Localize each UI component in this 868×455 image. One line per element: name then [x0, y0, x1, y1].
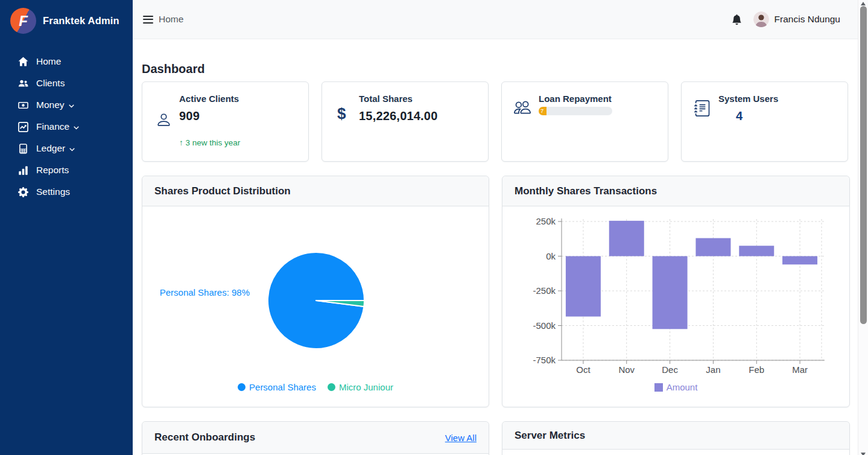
sidebar-item-label: Ledger	[36, 143, 65, 154]
sidebar-item-label: Finance	[36, 121, 69, 132]
bottom-row: Recent Onboardings View All Server Metri…	[142, 421, 858, 455]
breadcrumb[interactable]: Home	[159, 14, 183, 25]
svg-text:Jan: Jan	[706, 364, 720, 375]
barchart-icon	[18, 165, 28, 176]
document-icon	[694, 100, 711, 116]
menu-toggle-icon[interactable]	[143, 16, 153, 24]
stat-title: Loan Repayment	[539, 94, 658, 104]
sidebar-item-home[interactable]: Home	[0, 51, 133, 72]
svg-text:-750k: -750k	[533, 355, 556, 365]
svg-text:Feb: Feb	[749, 364, 764, 375]
chevron-down-icon	[67, 146, 77, 153]
cash-icon	[18, 100, 28, 110]
legend-item-personal-shares[interactable]: Personal Shares	[238, 382, 316, 392]
people-group-icon	[514, 99, 531, 116]
pie-label-personal-shares: Personal Shares: 98%	[159, 287, 250, 298]
topbar: Home Francis Ndungu	[133, 0, 868, 39]
pie-chart[interactable]	[267, 251, 366, 350]
svg-text:Oct: Oct	[576, 364, 591, 375]
shares-distribution-card: Shares Product Distribution Personal Sha…	[142, 176, 489, 407]
svg-text:250k: 250k	[536, 216, 556, 226]
sidebar-item-label: Money	[36, 100, 65, 110]
user-name[interactable]: Francis Ndungu	[775, 14, 840, 25]
sidebar-item-settings[interactable]: Settings	[0, 181, 133, 203]
stat-value: 4	[736, 109, 838, 123]
notifications-button[interactable]	[732, 14, 742, 25]
svg-text:Mar: Mar	[792, 364, 808, 375]
main-content: Dashboard Active Clients 909 ↑ 3 new thi…	[133, 40, 858, 455]
brand-name: Franktek Admin	[43, 15, 119, 27]
card-title: Monthly Shares Transactions	[502, 176, 849, 206]
sidebar-item-reports[interactable]: Reports	[0, 159, 133, 181]
sidebar-item-label: Home	[36, 56, 61, 67]
charts-row: Shares Product Distribution Personal Sha…	[142, 176, 858, 407]
svg-text:-250k: -250k	[533, 285, 556, 296]
stat-value: 15,226,014.00	[359, 109, 478, 123]
stat-cards-row: Active Clients 909 ↑ 3 new this year $ T…	[142, 81, 858, 162]
avatar-image	[753, 11, 769, 27]
pie-legend: Personal Shares Micro Juniour	[142, 382, 489, 392]
page-title: Dashboard	[142, 62, 858, 76]
people-icon	[18, 78, 28, 89]
bar-legend: Amount	[502, 382, 849, 392]
vertical-scrollbar	[858, 0, 868, 455]
stat-title: Active Clients	[179, 94, 299, 104]
sidebar-item-label: Reports	[36, 165, 69, 176]
sidebar-item-label: Clients	[36, 78, 65, 89]
recent-onboardings-card: Recent Onboardings View All	[142, 421, 489, 455]
person-icon	[156, 112, 172, 128]
active-clients-card: Active Clients 909 ↑ 3 new this year	[142, 81, 309, 162]
bell-icon	[732, 14, 742, 25]
scrollbar-thumb[interactable]	[860, 6, 867, 324]
legend-square-icon	[654, 383, 663, 392]
server-metrics-card: Server Metrics	[502, 421, 850, 455]
franktek-logo-icon: F	[10, 8, 36, 34]
user-avatar[interactable]	[753, 11, 769, 27]
loan-repayment-progress: 7	[539, 107, 612, 115]
system-users-card: System Users 4	[681, 81, 848, 162]
loan-progress-fill: 7	[539, 107, 546, 115]
sidebar-item-ledger[interactable]: Ledger	[0, 138, 133, 159]
svg-text:0k: 0k	[546, 251, 556, 261]
bar-chart[interactable]: 250k0k-250k-500k-750kOctNovDecJanFebMar	[512, 211, 838, 376]
gear-icon	[18, 187, 28, 197]
svg-text:Nov: Nov	[618, 364, 635, 375]
chevron-down-icon	[71, 124, 81, 131]
legend-dot-icon	[328, 383, 335, 391]
total-shares-card: $ Total Shares 15,226,014.00	[322, 81, 489, 162]
svg-text:-500k: -500k	[533, 320, 556, 331]
scroll-up-arrow-icon[interactable]	[861, 2, 866, 5]
sidebar: F Franktek Admin Home Clients Money Fina…	[0, 0, 133, 455]
legend-item-amount[interactable]: Amount	[654, 382, 698, 392]
chart-icon	[18, 122, 28, 132]
stat-title: Total Shares	[359, 94, 478, 104]
monthly-transactions-card: Monthly Shares Transactions 250k0k-250k-…	[502, 176, 850, 407]
sidebar-nav: Home Clients Money Finance Ledger Report…	[0, 51, 133, 203]
scroll-down-arrow-icon[interactable]	[861, 453, 866, 455]
stat-subtitle: ↑ 3 new this year	[179, 138, 299, 147]
stat-title: System Users	[718, 94, 838, 104]
sidebar-item-label: Settings	[36, 186, 70, 197]
svg-text:Dec: Dec	[662, 364, 678, 375]
brand: F Franktek Admin	[0, 0, 133, 41]
legend-label: Amount	[667, 382, 698, 392]
legend-label: Micro Juniour	[339, 382, 393, 392]
sidebar-item-clients[interactable]: Clients	[0, 72, 133, 94]
legend-label: Personal Shares	[249, 382, 316, 392]
card-title: Server Metrics	[515, 430, 585, 442]
card-title: Recent Onboardings	[154, 431, 255, 444]
stat-value: 909	[179, 109, 299, 123]
view-all-link[interactable]: View All	[445, 433, 477, 443]
sidebar-item-money[interactable]: Money	[0, 94, 133, 116]
chevron-down-icon	[66, 103, 77, 109]
loan-repayment-card: Loan Repayment 7	[501, 81, 668, 162]
legend-item-micro-juniour[interactable]: Micro Juniour	[328, 382, 393, 392]
dollar-icon: $	[337, 104, 346, 123]
card-title: Shares Product Distribution	[142, 176, 489, 206]
sidebar-item-finance[interactable]: Finance	[0, 116, 133, 138]
journal-icon	[18, 144, 28, 154]
house-icon	[18, 57, 28, 67]
legend-dot-icon	[238, 383, 246, 391]
